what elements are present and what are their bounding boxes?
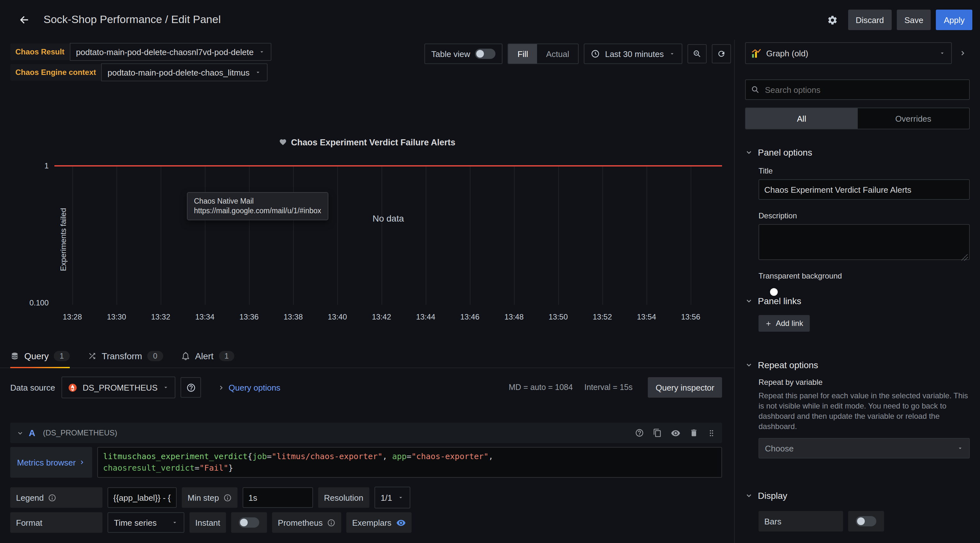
exemplars-field: Exemplars	[346, 512, 411, 533]
table-view-toggle-box[interactable]: Table view	[425, 43, 503, 64]
section-display[interactable]: Display	[745, 490, 970, 501]
query-meta: MD = auto = 1084 Interval = 15s	[509, 383, 633, 392]
visualization-picker[interactable]: Graph (old)	[745, 42, 952, 64]
variable-value: podtato-main-pod-delete-chaos_litmus	[108, 68, 250, 77]
help-icon[interactable]	[635, 428, 644, 437]
panel-link-title: Chaos Native Mail	[194, 197, 321, 206]
datasource-row: Data source DS_PROMETHEUS	[10, 377, 722, 398]
back-button[interactable]	[13, 8, 36, 31]
query-options-label: Query options	[229, 382, 280, 392]
discard-button[interactable]: Discard	[848, 10, 892, 30]
x-tick-label: 13:52	[593, 312, 612, 322]
refresh-button[interactable]	[712, 44, 731, 64]
bars-label: Bars	[759, 511, 843, 532]
filter-overrides[interactable]: Overrides	[858, 108, 969, 129]
section-repeat-options[interactable]: Repeat options	[745, 360, 970, 370]
min-step-input[interactable]	[243, 487, 313, 508]
apply-button[interactable]: Apply	[936, 10, 972, 30]
gridline	[558, 165, 559, 305]
tab-query[interactable]: Query 1	[10, 344, 70, 368]
gridline	[205, 165, 205, 305]
options-search	[745, 80, 970, 100]
expr-token: ,	[382, 451, 392, 461]
variable-value-dropdown[interactable]: podtato-main-pod-delete-chaos_litmus	[101, 64, 267, 81]
metrics-browser-button[interactable]: Metrics browser	[10, 447, 92, 478]
section-panel-links[interactable]: Panel links	[745, 296, 970, 306]
x-tick-label: 13:30	[107, 312, 126, 322]
search-options-input[interactable]	[745, 80, 970, 100]
duplicate-icon[interactable]	[653, 428, 662, 437]
datasource-help-button[interactable]	[180, 377, 201, 398]
panel-link-tooltip[interactable]: Chaos Native Mail https://mail.google.co…	[187, 192, 328, 220]
datasource-picker[interactable]: DS_PROMETHEUS	[62, 376, 175, 398]
format-select[interactable]: Time series	[108, 512, 185, 533]
info-circle-icon[interactable]	[223, 494, 232, 502]
bars-switch[interactable]	[856, 516, 876, 526]
gridline	[382, 165, 382, 305]
trash-icon[interactable]	[689, 428, 698, 437]
zoom-out-button[interactable]	[687, 44, 707, 64]
gridlines	[72, 165, 690, 305]
info-circle-icon[interactable]	[48, 494, 57, 502]
add-link-button[interactable]: Add link	[759, 315, 810, 332]
legend-input[interactable]	[108, 487, 177, 508]
panel-title[interactable]: Chaos Experiment Verdict Failure Alerts	[279, 137, 455, 147]
section-panel-options[interactable]: Panel options	[745, 147, 970, 158]
tab-transform[interactable]: Transform 0	[88, 344, 163, 368]
gridline	[426, 165, 426, 305]
gridline	[72, 165, 73, 305]
exemplars-eye-icon[interactable]	[396, 518, 406, 527]
variable-value-dropdown[interactable]: podtato-main-pod-delete-chaosnl7vd-pod-d…	[70, 43, 271, 61]
drag-handle-icon[interactable]	[707, 429, 716, 437]
collapse-pane-button[interactable]	[956, 44, 970, 62]
clock-icon	[591, 49, 600, 58]
chevron-down-icon	[745, 492, 753, 500]
plot-area[interactable]: Experiments failed 1 0.100 No data	[54, 165, 722, 305]
x-tick-label: 13:32	[151, 312, 170, 322]
graph-viz-icon	[751, 48, 761, 58]
gridline	[470, 165, 471, 305]
tab-alert[interactable]: Alert 1	[181, 344, 235, 368]
toolbar: Chaos Result podtato-main-pod-delete-cha…	[0, 40, 734, 81]
query-fields-row-2: Format Time series Instant Prometheus	[10, 512, 722, 533]
app-header: Sock-Shop Performance / Edit Panel Disca…	[0, 0, 980, 40]
query-ref-id: A	[29, 428, 35, 438]
fill-option[interactable]: Fill	[509, 44, 537, 64]
chevron-down-icon	[17, 429, 24, 436]
variable-label: Chaos Engine context	[10, 64, 101, 81]
repeat-variable-select[interactable]: Choose	[759, 438, 970, 459]
settings-button[interactable]	[822, 10, 843, 30]
resolution-select[interactable]: 1/1	[374, 487, 410, 508]
table-view-switch[interactable]	[475, 49, 496, 59]
section-title: Panel links	[758, 296, 801, 306]
page-title: Sock-Shop Performance / Edit Panel	[43, 13, 221, 26]
query-expression[interactable]: litmuschaos_experiment_verdict{job="litm…	[97, 447, 722, 478]
query-row-actions	[635, 428, 716, 438]
view-controls: Table view Fill Actual Last 30 minutes	[425, 43, 731, 64]
eye-icon[interactable]	[671, 428, 681, 438]
instant-switch[interactable]	[239, 518, 259, 528]
x-axis-ticks: 13:2813:3013:3213:3413:3613:3813:4013:42…	[72, 312, 690, 323]
resize-handle[interactable]	[961, 254, 968, 261]
prometheus-field-label: Prometheus	[272, 512, 341, 533]
panel-description-textarea[interactable]	[759, 224, 970, 260]
query-row-header[interactable]: A (DS_PROMETHEUS)	[10, 423, 722, 443]
transparent-bg-label: Transparent background	[759, 272, 970, 280]
panel-title-input[interactable]	[759, 179, 970, 200]
filter-all[interactable]: All	[746, 108, 858, 129]
time-range-picker[interactable]: Last 30 minutes	[584, 43, 682, 64]
x-tick-label: 13:28	[63, 312, 82, 322]
expr-token: job	[253, 451, 267, 461]
save-button[interactable]: Save	[897, 10, 931, 30]
actual-option[interactable]: Actual	[537, 44, 578, 64]
table-view-label: Table view	[431, 49, 470, 59]
panel-link-url[interactable]: https://mail.google.com/mail/u/1/#inbox	[194, 206, 321, 216]
query-options-collapse[interactable]: Query options	[218, 382, 280, 392]
header-actions: Discard Save Apply	[822, 10, 973, 30]
chevron-down-icon	[669, 51, 675, 57]
query-inspector-button[interactable]: Query inspector	[648, 377, 722, 398]
x-tick-label: 13:44	[416, 312, 435, 322]
title-field-label: Title	[759, 167, 970, 175]
info-circle-icon[interactable]	[327, 518, 336, 527]
arrow-left-icon	[18, 13, 31, 26]
